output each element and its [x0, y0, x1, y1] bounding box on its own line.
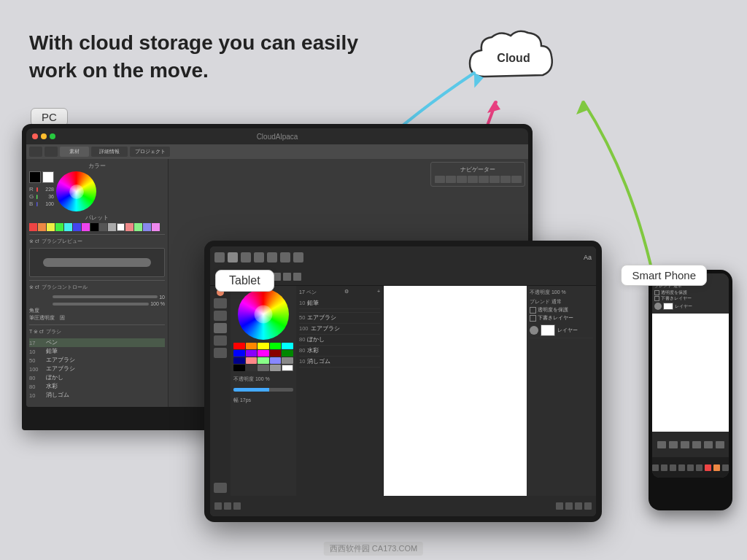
pc-nav-panel: ナビゲーター [430, 162, 525, 187]
phone-toolbar2 [652, 457, 729, 478]
tablet-color-panel: 不透明度 100 % 幅 17ps [231, 286, 296, 496]
pc-toolbar: 素材 詳細情報 プロジェクト [26, 144, 528, 159]
phone-tool-1[interactable] [657, 441, 666, 448]
cloud-container: Cloud [455, 15, 572, 95]
tablet-canvas[interactable] [384, 286, 527, 496]
headline-line1: With cloud storage you can easily [29, 31, 358, 54]
monitor-top-bar: CloudAlpaca [26, 128, 528, 144]
phone-tool-4[interactable] [692, 441, 701, 448]
smartphone-body: 不透明度 100 % ブレンド 通常 透明度を保護 下書きレイヤー レイヤー [649, 270, 732, 510]
tool-shape-icon[interactable] [267, 252, 277, 262]
headline: With cloud storage you can easily work o… [29, 29, 358, 85]
brush-preview [29, 248, 165, 277]
toolbar-btn-material[interactable]: 素材 [60, 147, 89, 157]
tool-icon[interactable] [214, 298, 227, 308]
cloud-shape: Cloud [462, 26, 565, 84]
tool-pen-icon[interactable] [214, 252, 225, 262]
tool-select-icon[interactable] [254, 252, 264, 262]
palette [29, 223, 165, 231]
tool-eraser-icon[interactable] [241, 252, 251, 262]
phone-tool-5[interactable] [704, 441, 713, 448]
tool-text-icon[interactable] [293, 252, 303, 262]
layer-item[interactable]: レイヤー [530, 323, 593, 338]
color-label: カラー [29, 162, 165, 170]
tablet-palette [233, 343, 293, 371]
tablet-bottom-bar [210, 496, 596, 516]
svg-marker-2 [487, 101, 500, 113]
smartphone-container: 不透明度 100 % ブレンド 通常 透明度を保護 下書きレイヤー レイヤー [649, 270, 732, 510]
svg-text:Cloud: Cloud [497, 52, 530, 64]
brush-list: 17ペン 10鉛筆 50エアブラシ 100エアブラシ 80ぼかし 80水彩 10… [29, 338, 165, 400]
palette-label: パレット [29, 214, 165, 222]
tablet-side-tools [210, 286, 231, 496]
phone-tool-3[interactable] [681, 441, 689, 448]
headline-line2: work on the move. [29, 59, 209, 82]
cloud-icon: Cloud [462, 26, 565, 91]
smartphone-screen: 不透明度 100 % ブレンド 通常 透明度を保護 下書きレイヤー レイヤー [652, 273, 729, 478]
smartphone-label: Smart Phone [621, 265, 707, 286]
tablet-brush-panel: 17 ペン ⚙ + 10鉛筆 50エアブラシ 100エアブラシ 80ぼかし 80… [296, 286, 384, 496]
rgb-sliders: R 228 G 36 B [29, 186, 54, 207]
phone-layer-item[interactable]: レイヤー [654, 303, 727, 310]
phone-canvas[interactable] [652, 314, 729, 432]
tablet-color-wheel[interactable] [238, 289, 289, 340]
svg-marker-3 [576, 101, 589, 114]
tablet-layers-panel: 不透明度 100 % ブレンド 通常 透明度を保護 下書きレイヤー レイヤー [527, 286, 596, 496]
color-wheel[interactable] [56, 171, 96, 211]
close-dot [32, 133, 38, 139]
phone-tool-2[interactable] [669, 441, 678, 448]
maximize-dot [50, 133, 55, 139]
phone-bottom-bar [652, 432, 729, 457]
minimize-dot [41, 133, 47, 139]
tool-fill-icon[interactable] [280, 252, 290, 262]
pc-left-panel: カラー R 228 [26, 159, 169, 407]
watermark: 西西软件园 CA173.COM [324, 542, 423, 556]
phone-tool-6[interactable] [716, 441, 724, 448]
tablet-content: 不透明度 100 % 幅 17ps 17 ペン ⚙ + 10鉛筆 50エアブラシ… [210, 286, 596, 496]
monitor-title: CloudAlpaca [257, 133, 298, 141]
tablet-label: Tablet [215, 270, 274, 292]
tablet-toolbar: Aa [210, 246, 596, 268]
tool-brush-icon[interactable] [228, 252, 238, 262]
